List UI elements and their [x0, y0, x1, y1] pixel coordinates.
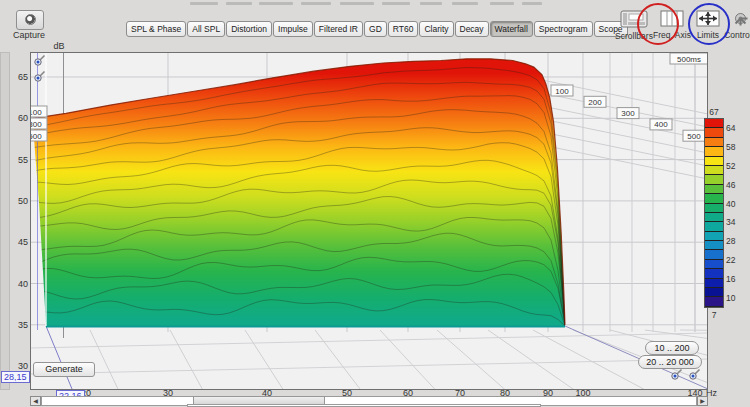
db-tick-65: 65 — [2, 72, 28, 82]
colorbar-segment — [705, 119, 723, 128]
colorbar-tick-64: 64 — [726, 123, 735, 133]
time-window-label: 500ms — [677, 55, 701, 64]
colorbar-tick-52: 52 — [726, 161, 735, 171]
db-tick-55: 55 — [2, 155, 28, 165]
time-tick-right-500: 500 — [687, 132, 701, 141]
time-tick-right-100: 100 — [555, 87, 569, 96]
tab-clarity[interactable]: Clarity — [419, 21, 453, 37]
capture-label: Capture — [0, 30, 58, 40]
waterfall-plot[interactable]: 500ms100200300400500100300500 — [30, 52, 708, 390]
colorbar-segment — [705, 279, 723, 288]
limits-icon — [696, 10, 720, 29]
colorbar-segment — [705, 250, 723, 259]
colorbar-segment — [705, 194, 723, 203]
left-splitter[interactable] — [0, 52, 10, 390]
colorbar — [704, 118, 724, 308]
time-tick-left-100: 100 — [30, 108, 42, 117]
db-tick-35: 35 — [2, 320, 28, 330]
scrollbar-left-arrow[interactable]: ◀ — [30, 396, 41, 406]
colorbar-tick-67: 67 — [704, 107, 724, 117]
colorbar-segment — [705, 128, 723, 137]
tab-gd[interactable]: GD — [364, 21, 387, 37]
time-tick-right-300: 300 — [621, 109, 635, 118]
colorbar-tick-22: 22 — [726, 255, 735, 265]
tab-all-spl[interactable]: All SPL — [187, 21, 225, 37]
tab-spl-phase[interactable]: SPL & Phase — [126, 21, 186, 37]
colorbar-segment — [705, 260, 723, 269]
db-tick-60: 60 — [2, 113, 28, 123]
toolbar-button-label: Controls — [724, 30, 750, 40]
colorbar-segment — [705, 222, 723, 231]
colorbar-segment — [705, 241, 723, 250]
range-10-200-button[interactable]: 10 .. 200 — [645, 341, 699, 355]
colorbar-tick-58: 58 — [726, 142, 735, 152]
colorbar-tick-10: 10 — [726, 293, 735, 303]
colorbar-segment — [705, 232, 723, 241]
tab-rt60[interactable]: RT60 — [388, 21, 419, 37]
time-tick-left-500: 500 — [30, 132, 42, 141]
tab-spectrogram[interactable]: Spectrogram — [534, 21, 593, 37]
zoom-icon-top-1[interactable] — [35, 56, 45, 66]
db-tick-40: 40 — [2, 279, 28, 289]
db-tick-45: 45 — [2, 237, 28, 247]
colorbar-segment — [705, 288, 723, 297]
tab-decay[interactable]: Decay — [455, 21, 489, 37]
tab-waterfall[interactable]: Waterfall — [490, 21, 533, 37]
db-tick-50: 50 — [2, 196, 28, 206]
rew-waterfall-window: { "capture": {"label": "Capture"}, "y_ax… — [0, 0, 750, 407]
db-axis-unit: dB — [46, 41, 72, 51]
capture-camera-icon[interactable] — [16, 10, 44, 30]
colorbar-segment — [705, 185, 723, 194]
colorbar-segment — [705, 269, 723, 278]
graph-tabs: SPL & PhaseAll SPLDistortionImpulseFilte… — [126, 21, 629, 37]
tab-distortion[interactable]: Distortion — [226, 21, 272, 37]
zoom-icon-bottom-2[interactable] — [690, 370, 700, 380]
zoom-icon-top-2[interactable] — [35, 72, 45, 82]
colorbar-segment — [705, 204, 723, 213]
colorbar-tick-34: 34 — [726, 217, 735, 227]
colorbar-segment — [705, 147, 723, 156]
range-20-20000-button[interactable]: 20 .. 20 000 — [638, 355, 702, 369]
colorbar-segment — [705, 157, 723, 166]
colorbar-segment — [705, 175, 723, 184]
db-tick-30: 30 — [2, 361, 28, 371]
time-tick-left-300: 300 — [30, 120, 42, 129]
colorbar-segment — [705, 166, 723, 175]
cursor-level-readout: 28,15 — [1, 371, 30, 383]
colorbar-tick-46: 46 — [726, 180, 735, 190]
tab-impulse[interactable]: Impulse — [273, 21, 313, 37]
tab-filtered-ir[interactable]: Filtered IR — [314, 21, 363, 37]
controls-button[interactable]: Controls — [718, 10, 750, 40]
toolbar-button-label: Limits — [697, 30, 719, 40]
colorbar-tick-28: 28 — [726, 236, 735, 246]
colorbar-tick-7: 7 — [704, 310, 724, 320]
gear-icon — [732, 10, 749, 29]
time-tick-right-400: 400 — [654, 120, 668, 129]
colorbar-tick-40: 40 — [726, 199, 735, 209]
scrollbars-icon — [620, 10, 648, 30]
colorbar-segment — [705, 297, 723, 306]
colorbar-segment — [705, 138, 723, 147]
time-tick-right-200: 200 — [588, 98, 602, 107]
scrollbar-right-arrow[interactable]: ▶ — [697, 396, 708, 406]
colorbar-tick-16: 16 — [726, 274, 735, 284]
generate-button[interactable]: Generate — [33, 362, 95, 377]
waterfall-canvas[interactable]: 500ms100200300400500100300500 — [30, 52, 708, 390]
colorbar-segment — [705, 213, 723, 222]
freq-axis-icon — [660, 10, 684, 29]
